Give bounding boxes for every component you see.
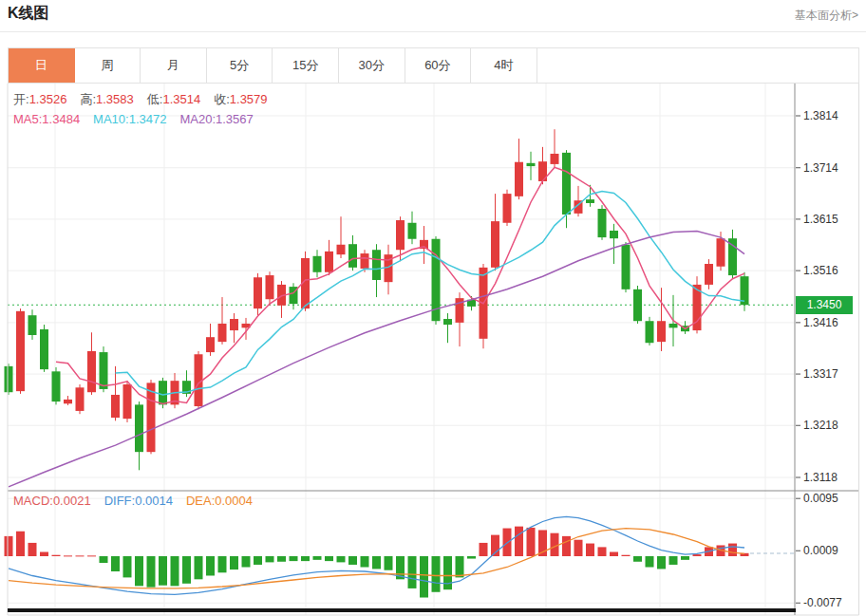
fundamental-analysis-link[interactable]: 基本面分析>	[795, 8, 858, 24]
page-title: K线图	[8, 4, 49, 24]
tab-period-1[interactable]: 日	[9, 48, 75, 83]
tab-period-3[interactable]: 月	[141, 48, 207, 83]
kline-chart[interactable]: 1.38141.37141.36151.35161.34161.33171.32…	[0, 84, 866, 616]
legend-item: MA20:1.3567	[179, 112, 253, 126]
svg-text:1.3416: 1.3416	[803, 316, 838, 329]
ohlc-legend: 开:1.3526高:1.3583低:1.3514收:1.3579	[13, 91, 281, 108]
svg-text:1.3118: 1.3118	[803, 471, 838, 484]
candles-layer	[5, 129, 749, 470]
legend-item: 高:1.3583	[80, 92, 133, 106]
ma-legend: MA5:1.3484MA10:1.3472MA20:1.3567	[13, 112, 267, 126]
legend-item: MACD:0.0021	[13, 494, 91, 508]
legend-item: 低:1.3514	[147, 92, 200, 106]
legend-item: 开:1.3526	[13, 92, 66, 106]
macd-axis-labels: 0.00950.0009-0.0077	[796, 492, 842, 609]
legend-item: DIFF:0.0014	[104, 494, 173, 508]
legend-item: 收:1.3579	[214, 92, 267, 106]
panel-borders	[8, 84, 859, 615]
legend-item: MA5:1.3484	[13, 112, 80, 126]
legend-item: DEA:0.0004	[186, 494, 253, 508]
svg-text:-0.0077: -0.0077	[803, 596, 842, 609]
tab-period-4[interactable]: 5分	[207, 48, 273, 83]
svg-text:1.3615: 1.3615	[803, 213, 838, 226]
svg-text:0.0009: 0.0009	[803, 544, 838, 557]
tab-period-8[interactable]: 4时	[471, 48, 537, 83]
period-tabstrip: 日周月5分15分30分60分4时	[8, 47, 859, 84]
svg-text:0.0095: 0.0095	[803, 492, 838, 505]
svg-text:1.3714: 1.3714	[803, 161, 838, 175]
macd-histogram	[5, 527, 749, 598]
svg-text:1.3218: 1.3218	[803, 419, 838, 432]
title-divider	[0, 31, 866, 32]
svg-text:1.3317: 1.3317	[803, 367, 838, 381]
tab-period-6[interactable]: 30分	[339, 48, 405, 83]
legend-item: MA10:1.3472	[93, 112, 166, 126]
ma5-line	[56, 167, 744, 403]
current-price-tag: 1.3450	[796, 296, 853, 314]
tab-period-2[interactable]: 周	[75, 48, 141, 83]
svg-text:1.3516: 1.3516	[803, 264, 838, 277]
tab-period-7[interactable]: 60分	[405, 48, 472, 83]
tab-period-5[interactable]: 15分	[273, 48, 339, 83]
macd-legend: MACD:0.0021DIFF:0.0014DEA:0.0004	[13, 494, 266, 508]
ma10-line	[116, 192, 745, 395]
kline-page: K线图 基本面分析> 日周月5分15分30分60分4时 1.38141.3714…	[0, 0, 866, 616]
chart-scrollbar[interactable]	[8, 608, 796, 612]
svg-text:1.3814: 1.3814	[803, 109, 838, 122]
tabstrip-filler	[537, 48, 858, 83]
